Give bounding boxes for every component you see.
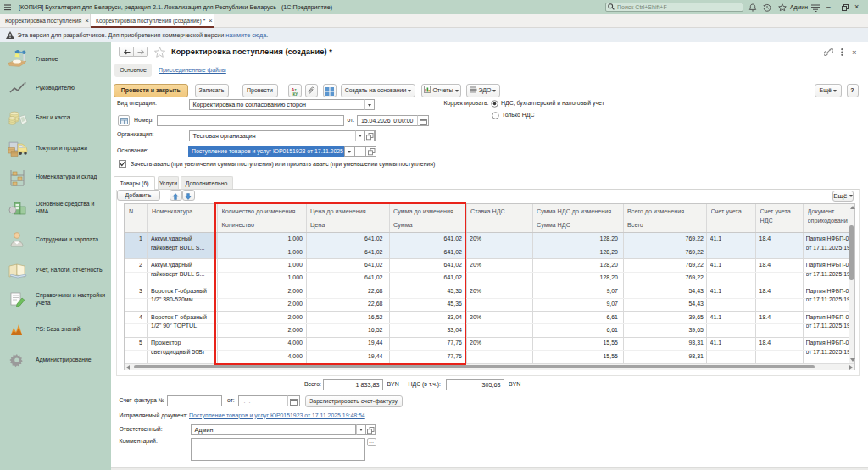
svg-text:КУ: КУ <box>292 91 298 96</box>
